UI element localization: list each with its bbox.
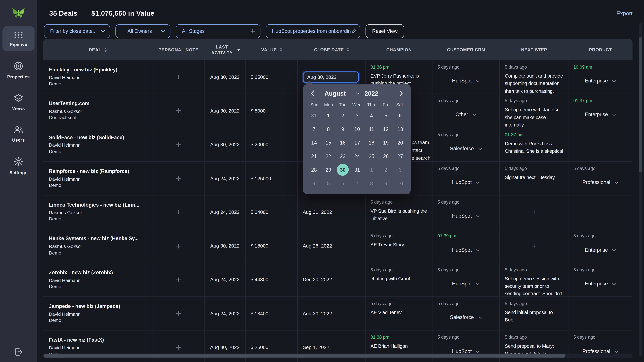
crm-select[interactable]: HubSpot — [437, 213, 494, 219]
calendar-day[interactable]: 9 — [379, 177, 393, 190]
calendar-day[interactable]: 7 — [350, 177, 364, 190]
deal-cell: Jampede - new biz (Jampede)David Heimann… — [43, 297, 152, 330]
updated-ago: 5 days ago — [437, 64, 494, 69]
crm-select[interactable]: Other — [437, 112, 494, 118]
sidebar-item-users[interactable]: Users — [2, 120, 34, 147]
calendar-day[interactable]: 15 — [321, 136, 336, 149]
calendar-day[interactable]: 3 — [350, 109, 364, 122]
filter-close-date-button[interactable]: Filter by close date... — [44, 24, 110, 38]
table-row[interactable]: Zerobix - new biz (Zerobix)David Heimann… — [43, 263, 632, 297]
next-month-button[interactable] — [398, 89, 404, 97]
calendar-day[interactable]: 6 — [393, 109, 408, 122]
calendar-day[interactable]: 13 — [393, 122, 408, 136]
logout-icon[interactable] — [13, 347, 24, 357]
add-note-button — [176, 176, 181, 181]
product-select[interactable]: Enterprise — [574, 247, 628, 253]
calendar-day[interactable]: 6 — [336, 177, 350, 190]
filter-reset-button[interactable]: Reset View — [366, 24, 404, 38]
vertical-scrollbar[interactable] — [639, 23, 642, 357]
product-select[interactable]: Enterprise — [574, 112, 628, 118]
calendar-day[interactable]: 19 — [379, 136, 393, 149]
sidebar-item-pipelive[interactable]: Pipelive — [2, 26, 34, 51]
chevron-down-icon — [476, 249, 480, 252]
filter-owners-button[interactable]: All Owners — [115, 24, 170, 38]
filter-stages-button[interactable]: All Stages — [176, 24, 260, 38]
table-row[interactable]: Linnea Technologies - new biz (Linn...Ra… — [43, 196, 632, 229]
calendar-day[interactable]: 23 — [336, 149, 350, 163]
updated-ago: 5 days ago — [437, 335, 494, 340]
sort-icon[interactable] — [347, 48, 349, 52]
calendar-day[interactable]: 5 — [379, 109, 393, 122]
column-header-value[interactable]: VALUE — [246, 39, 298, 60]
calendar-day[interactable]: 12 — [379, 122, 393, 136]
table-row[interactable]: Henke Systems - new biz (Henke Sy...Rasm… — [43, 229, 632, 263]
sidebar-item-properties[interactable]: Properties — [2, 56, 34, 83]
calendar-day[interactable]: 2 — [379, 163, 393, 177]
calendar-day[interactable]: 10 — [350, 122, 364, 136]
table-row[interactable]: Jampede - new biz (Jampede)David Heimann… — [43, 297, 632, 331]
crm-select[interactable]: HubSpot — [437, 78, 494, 84]
weekday-label: Mon — [322, 102, 336, 107]
calendar-day[interactable]: 26 — [379, 149, 393, 163]
sort-icon[interactable] — [104, 48, 107, 52]
add-note-button — [176, 277, 181, 283]
calendar-day[interactable]: 31 — [350, 163, 364, 177]
calendar-day[interactable]: 22 — [321, 149, 336, 163]
filter-hubspot-button[interactable]: HubSpot properties from onboarding — [266, 24, 360, 38]
product-select[interactable]: Enterprise — [574, 78, 628, 84]
chevron-down-icon — [476, 351, 480, 353]
calendar-day[interactable]: 18 — [364, 136, 379, 149]
deal-cell: Zerobix - new biz (Zerobix)David Heimann… — [43, 263, 152, 297]
calendar-day[interactable]: 17 — [350, 136, 364, 149]
calendar-day[interactable]: 14 — [307, 136, 321, 149]
column-header-deal[interactable]: DEAL — [43, 39, 152, 60]
horizontal-scrollbar[interactable] — [43, 354, 632, 358]
calendar-day[interactable]: 16 — [336, 136, 350, 149]
calendar-day[interactable]: 28 — [307, 163, 321, 177]
calendar-day[interactable]: 30 — [337, 164, 349, 176]
calendar-day[interactable]: 21 — [307, 149, 321, 163]
calendar-day[interactable]: 8 — [321, 122, 336, 136]
calendar-day[interactable]: 1 — [364, 163, 379, 177]
calendar-day[interactable]: 5 — [321, 177, 336, 190]
calendar-day[interactable]: 31 — [307, 109, 321, 122]
calendar-day[interactable]: 24 — [350, 149, 364, 163]
vertical-scrollbar-thumb[interactable] — [639, 37, 642, 172]
crm-select[interactable]: Salesforce — [437, 315, 494, 320]
calendar-day[interactable]: 27 — [393, 149, 408, 163]
column-header-last_activity[interactable]: LAST ACTIVITY — [204, 39, 246, 60]
calendar-day[interactable]: 25 — [364, 149, 379, 163]
calendar-day[interactable]: 2 — [336, 109, 350, 122]
calendar-day[interactable]: 8 — [364, 177, 379, 190]
calendar-day[interactable]: 3 — [393, 163, 408, 177]
sidebar-item-settings[interactable]: Settings — [2, 152, 34, 179]
product-select[interactable]: Professional — [574, 179, 628, 185]
calendar-day[interactable]: 20 — [393, 136, 408, 149]
calendar-day[interactable]: 7 — [307, 122, 321, 136]
calendar-day[interactable]: 4 — [364, 109, 379, 122]
calendar-day[interactable]: 10 — [393, 177, 408, 190]
export-button[interactable]: Export — [616, 10, 632, 16]
product-select[interactable]: Enterprise — [574, 281, 628, 287]
calendar-day[interactable]: 29 — [321, 163, 336, 177]
sort-desc-icon[interactable] — [237, 49, 240, 51]
sort-icon[interactable] — [280, 48, 282, 52]
chevron-down-icon[interactable] — [356, 92, 360, 95]
calendar-day[interactable]: 9 — [336, 122, 350, 136]
crm-select[interactable]: HubSpot — [437, 179, 494, 185]
crm-select[interactable]: HubSpot — [437, 281, 494, 287]
column-header-close_date[interactable]: CLOSE DATE — [298, 39, 366, 60]
product-select[interactable]: Professional — [574, 349, 628, 354]
crm-select[interactable]: Salesforce — [437, 146, 494, 151]
prev-month-button[interactable] — [310, 89, 316, 97]
next-step-text: Set up demo with Jane so she can make ca… — [505, 106, 563, 129]
calendar-day[interactable]: 11 — [364, 122, 379, 136]
crm-select[interactable]: HubSpot — [437, 247, 494, 253]
crm-select[interactable]: HubSpot — [437, 349, 494, 354]
calendar-day[interactable]: 4 — [307, 177, 321, 190]
next-step-cell — [500, 196, 568, 229]
close-date-input[interactable]: Aug 30, 2022 — [303, 71, 359, 83]
horizontal-scrollbar-thumb[interactable] — [44, 354, 566, 358]
sidebar-item-views[interactable]: Views — [2, 89, 34, 115]
calendar-day[interactable]: 1 — [321, 109, 336, 122]
